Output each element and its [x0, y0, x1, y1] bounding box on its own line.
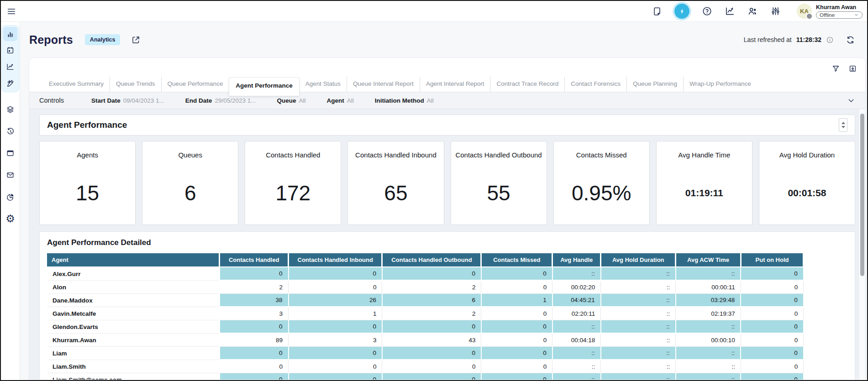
filter-icon[interactable] [831, 63, 840, 73]
column-header-avg-acw-time[interactable]: Avg ACW Time [676, 253, 741, 267]
tab-queue-trends[interactable]: Queue Trends [110, 77, 161, 92]
tab-contract-trace-record[interactable]: Contract Trace Record [490, 77, 564, 92]
quick-actions-icon[interactable] [674, 4, 689, 19]
table-cell: 1 [481, 294, 552, 307]
sidebar-item-pie-reports[interactable] [3, 190, 17, 204]
scrollbar-thumb[interactable] [860, 114, 864, 276]
table-cell: 0 [382, 320, 481, 334]
filter-initiation-method[interactable]: Initiation MethodAll [375, 97, 434, 104]
tab-contact-forensics[interactable]: Contact Forensics [564, 77, 626, 92]
topbar-actions: KA Khurram Awan Offline [652, 4, 863, 19]
column-header-contacts-handled-outbound[interactable]: Contacts Handled Outbound [382, 253, 481, 267]
column-header-contacts-missed[interactable]: Contacts Missed [481, 253, 552, 267]
table-cell: 0 [481, 373, 552, 380]
help-icon[interactable] [702, 6, 712, 16]
app-window: KA Khurram Awan Offline [0, 0, 868, 381]
table-cell: 0 [741, 281, 804, 294]
kpi-row: Agents15Queues6Contacts Handled172Contac… [39, 141, 855, 225]
settings-sliders-icon[interactable] [770, 6, 781, 16]
sidebar-item-trends[interactable] [3, 60, 17, 74]
table-row: Alex.Gurr0000::::::0 [47, 267, 804, 281]
detail-panel: Agent Performance Detailed AgentContacts… [39, 231, 855, 380]
agent-name-cell: Khurram.Awan [47, 334, 220, 347]
stepper-down-icon[interactable] [842, 126, 845, 128]
agent-name-cell: Dane.Maddox [47, 294, 220, 307]
reports-panel: Executive SummaryQueue TrendsQueue Perfo… [29, 57, 866, 380]
info-icon[interactable] [826, 36, 834, 44]
table-cell: 00:00:10 [676, 334, 741, 347]
column-header-put-on-hold[interactable]: Put on Hold [741, 253, 804, 267]
column-header-contacts-handled-inbound[interactable]: Contacts Handled Inbound [289, 253, 382, 267]
kpi-agents: Agents15 [39, 141, 136, 225]
users-icon[interactable] [747, 6, 758, 16]
page-title: Reports [29, 33, 73, 47]
tab-agent-interval-report[interactable]: Agent Interval Report [420, 77, 490, 92]
tab-agent-performance[interactable]: Agent Performance [229, 77, 300, 96]
table-cell: 0 [741, 347, 804, 360]
tab-queue-performance[interactable]: Queue Performance [161, 77, 229, 92]
avatar[interactable]: KA [797, 4, 812, 19]
table-cell: 0 [382, 267, 481, 281]
kpi-value: 65 [348, 181, 443, 205]
sidebar-item-mail[interactable] [3, 168, 17, 182]
table-cell: 89 [220, 334, 289, 347]
notes-icon[interactable] [652, 6, 662, 16]
sidebar-item-history[interactable] [3, 124, 17, 138]
last-refreshed-label: Last refreshed at [744, 36, 792, 43]
tab-queue-interval-report[interactable]: Queue Interval Report [347, 77, 420, 92]
sidebar-item-reports[interactable] [3, 27, 17, 41]
refresh-icon[interactable] [846, 35, 855, 45]
table-cell: 0 [481, 360, 552, 373]
section-title: Agent Performance [47, 120, 127, 130]
kpi-value: 55 [451, 181, 547, 205]
filter-end-date[interactable]: End Date29/05/2023 1... [185, 97, 256, 104]
table-cell: 0 [741, 307, 804, 320]
agent-name-cell: Liam [47, 347, 220, 360]
tab-wrap-up-performance[interactable]: Wrap-Up Performance [683, 77, 757, 92]
menu-icon[interactable] [6, 6, 16, 16]
table-row: Glendon.Evarts0000::::::0 [47, 320, 804, 334]
tab-agent-status[interactable]: Agent Status [300, 77, 347, 92]
sidebar-item-schedule[interactable] [3, 43, 17, 57]
sidebar-item-design[interactable] [3, 76, 17, 90]
detail-table-body: Alex.Gurr0000::::::0Alon202000:02:20::00… [47, 267, 804, 380]
table-cell: 0 [220, 360, 289, 373]
table-cell: :: [552, 360, 601, 373]
table-cell: :: [601, 347, 676, 360]
analytics-chart-icon[interactable] [725, 6, 735, 16]
stepper-up-icon[interactable] [842, 122, 845, 124]
external-link-icon[interactable] [131, 35, 141, 45]
filter-queue[interactable]: QueueAll [277, 97, 305, 104]
table-cell: :: [676, 320, 741, 334]
table-cell: 0 [481, 267, 552, 281]
chevron-down-icon [854, 12, 859, 17]
table-cell: 02:19:37 [676, 307, 741, 320]
filter-agent[interactable]: AgentAll [326, 97, 353, 104]
agent-name-cell: Glendon.Evarts [47, 320, 220, 334]
user-area: KA Khurram Awan Offline [797, 4, 863, 19]
table-cell: :: [601, 373, 676, 380]
report-tabs: Executive SummaryQueue TrendsQueue Perfo… [29, 73, 865, 92]
table-cell: 0 [481, 347, 552, 360]
download-icon[interactable] [848, 63, 857, 73]
refresh-area: Last refreshed at 11:28:32 [744, 35, 855, 45]
sidebar-item-layers[interactable] [3, 102, 17, 116]
column-header-agent[interactable]: Agent [47, 253, 220, 267]
sidebar-item-window[interactable] [3, 146, 17, 160]
section-stepper[interactable] [839, 118, 847, 132]
tab-executive-summary[interactable]: Executive Summary [43, 77, 110, 92]
sidebar-item-settings[interactable]: ⚙ [3, 212, 17, 226]
filter-start-date[interactable]: Start Date09/04/2023 1... [91, 97, 164, 104]
column-header-contacts-handled[interactable]: Contacts Handled [220, 253, 289, 267]
status-select[interactable]: Offline [816, 11, 863, 19]
table-cell: :: [676, 267, 741, 281]
tab-queue-planning[interactable]: Queue Planning [626, 77, 683, 92]
controls-expand-chevron-icon[interactable] [847, 96, 855, 104]
scrollbar-track[interactable] [859, 109, 865, 380]
table-row: Alon202000:02:20::00:00:110 [47, 281, 804, 294]
column-header-avg-handle[interactable]: Avg Handle [552, 253, 601, 267]
table-cell: 26 [289, 294, 382, 307]
table-row: Liam.Smith@acme.com0000::::::0 [47, 373, 804, 380]
kpi-label: Contacts Handled Outbound [451, 151, 547, 159]
column-header-avg-hold-duration[interactable]: Avg Hold Duration [601, 253, 676, 267]
